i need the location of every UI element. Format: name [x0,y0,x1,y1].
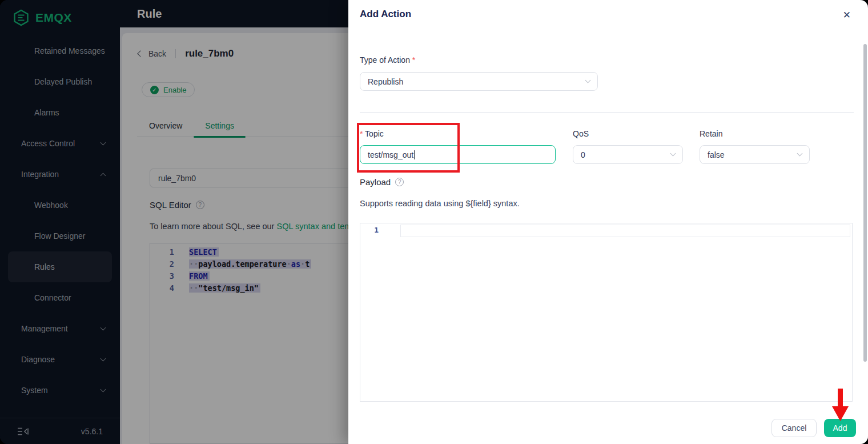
type-of-action-label: Type of Action [360,55,415,65]
topic-input[interactable]: test/msg_out [360,145,556,164]
drawer-scrollbar[interactable] [863,44,867,362]
payload-code-editor[interactable]: 1 [360,223,853,402]
topic-label: Topic [360,129,384,138]
qos-select[interactable]: 0 [573,145,683,164]
retain-value: false [708,150,725,159]
payload-hint-text: Supports reading data using ${field} syn… [360,199,520,208]
active-line-highlight [400,225,850,237]
qos-value: 0 [581,150,585,159]
type-of-action-value: Republish [368,77,403,86]
chevron-down-icon [670,151,676,157]
topic-value: test/msg_out [368,150,413,159]
add-action-drawer: Add Action ✕ Type of Action Republish To… [348,0,868,444]
close-icon[interactable]: ✕ [843,9,851,21]
payload-label: Payload [360,177,391,187]
app-window: EMQX Retained Messages Delayed Publish A… [0,0,868,444]
chevron-down-icon [797,151,803,157]
line-number: 1 [365,226,379,234]
section-divider [360,112,854,113]
cancel-button[interactable]: Cancel [771,419,817,437]
payload-label-row: Payload ? [360,177,404,187]
type-of-action-select[interactable]: Republish [360,72,598,91]
text-caret [414,150,415,159]
help-icon[interactable]: ? [395,178,404,186]
chevron-down-icon [585,78,591,83]
retain-label: Retain [700,129,722,138]
add-button[interactable]: Add [824,419,856,437]
retain-select[interactable]: false [700,145,810,164]
qos-label: QoS [573,129,589,138]
drawer-title: Add Action [360,9,411,20]
